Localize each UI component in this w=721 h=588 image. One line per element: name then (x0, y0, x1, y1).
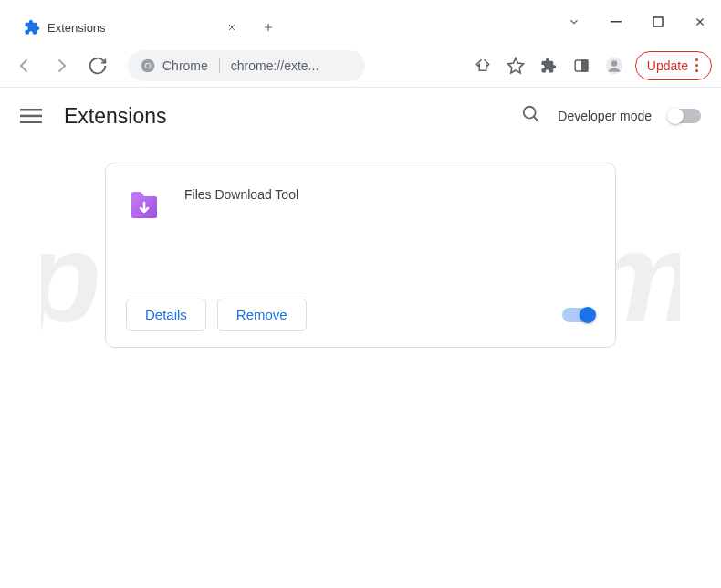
svg-rect-7 (582, 60, 588, 71)
card-header: Files Download Tool (126, 182, 595, 273)
side-panel-icon[interactable] (566, 50, 597, 81)
update-button[interactable]: Update (635, 51, 712, 80)
back-button[interactable] (9, 50, 40, 81)
hamburger-menu-icon[interactable] (20, 105, 42, 127)
extensions-content: Files Download Tool Details Remove (0, 144, 721, 348)
extension-toggle-wrap (562, 308, 595, 322)
tab-title: Extensions (47, 21, 217, 35)
svg-rect-11 (20, 115, 42, 118)
window-titlebar: Extensions (0, 0, 721, 44)
header-actions: Developer mode (521, 104, 701, 128)
omnibox-url: chrome://exte... (231, 58, 319, 73)
chrome-logo-icon (141, 58, 155, 73)
svg-rect-10 (20, 109, 42, 111)
developer-mode-toggle[interactable] (668, 109, 701, 123)
extensions-puzzle-icon[interactable] (533, 50, 564, 81)
search-icon[interactable] (521, 104, 541, 128)
toolbar-actions: Update (467, 50, 712, 81)
svg-point-13 (524, 107, 536, 119)
card-actions: Details Remove (126, 299, 595, 331)
extension-name: Files Download Tool (184, 182, 298, 273)
developer-mode-label: Developer mode (558, 109, 652, 123)
extensions-page-header: Extensions Developer mode (0, 88, 721, 144)
kebab-menu-icon (695, 58, 698, 72)
page-title: Extensions (64, 104, 167, 129)
share-icon[interactable] (467, 50, 498, 81)
svg-point-9 (611, 60, 618, 67)
address-bar[interactable]: Chrome chrome://exte... (128, 50, 365, 81)
svg-point-5 (146, 63, 151, 68)
tab-strip: Extensions (0, 0, 553, 44)
svg-rect-2 (653, 17, 663, 26)
close-tab-icon[interactable] (225, 20, 239, 35)
browser-tab[interactable]: Extensions (13, 11, 250, 44)
window-controls (553, 0, 721, 44)
update-label: Update (647, 58, 688, 73)
omnibox-divider (219, 58, 220, 73)
browser-toolbar: Chrome chrome://exte... Update (0, 44, 721, 88)
maximize-button[interactable] (637, 7, 679, 37)
svg-rect-12 (20, 121, 42, 124)
close-window-button[interactable] (679, 7, 721, 37)
remove-button[interactable]: Remove (217, 299, 307, 331)
chevron-down-icon[interactable] (553, 7, 595, 37)
details-button[interactable]: Details (126, 299, 206, 331)
extension-app-icon (126, 185, 162, 222)
profile-avatar-icon[interactable] (599, 50, 630, 81)
extension-card: Files Download Tool Details Remove (105, 163, 616, 348)
extension-puzzle-icon (24, 19, 40, 36)
reload-button[interactable] (82, 50, 113, 81)
omnibox-label: Chrome (162, 58, 208, 73)
forward-button[interactable] (46, 50, 77, 81)
bookmark-star-icon[interactable] (500, 50, 531, 81)
svg-rect-1 (611, 21, 622, 23)
extension-enable-toggle[interactable] (562, 308, 595, 322)
new-tab-button[interactable] (256, 15, 281, 40)
minimize-button[interactable] (595, 7, 637, 37)
